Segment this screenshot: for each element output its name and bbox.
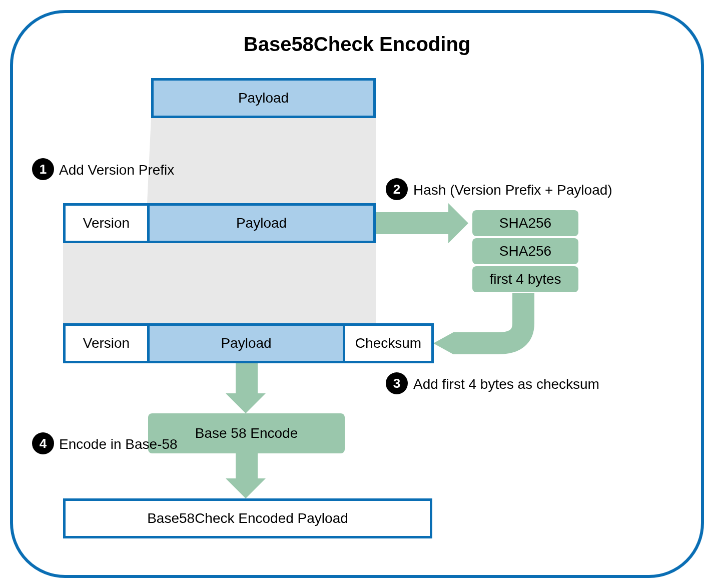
- svg-rect-2: [376, 212, 448, 234]
- step1-badge: 1: [32, 158, 54, 180]
- step2-label: Hash (Version Prefix + Payload): [413, 182, 612, 198]
- row1-version-box: Version: [63, 203, 150, 243]
- step3-label: Add first 4 bytes as checksum: [413, 376, 599, 392]
- row2-payload-box: Payload: [147, 323, 345, 363]
- hash-sha256-1: SHA256: [472, 210, 578, 236]
- hash-line3: first 4 bytes: [489, 271, 561, 287]
- step3-badge: 3: [386, 372, 408, 394]
- diagram-frame: Base58Check Encoding Payload: [10, 10, 704, 578]
- svg-marker-8: [226, 478, 266, 498]
- diagram-title: Base58Check Encoding: [13, 33, 701, 56]
- svg-rect-5: [236, 363, 258, 393]
- arrow-to-checksum: [433, 293, 523, 354]
- hash-first4bytes: first 4 bytes: [472, 266, 578, 292]
- row1-payload-box: Payload: [147, 203, 376, 243]
- svg-marker-3: [448, 203, 468, 243]
- step2-badge: 2: [386, 178, 408, 200]
- step3-num: 3: [393, 376, 400, 391]
- svg-rect-7: [236, 453, 258, 478]
- hash-sha256-2: SHA256: [472, 238, 578, 264]
- hash-line1: SHA256: [499, 215, 551, 231]
- row0-payload-box: Payload: [151, 78, 376, 118]
- svg-marker-4: [433, 332, 453, 354]
- result-box: Base58Check Encoded Payload: [63, 498, 432, 538]
- row2-checksum-label: Checksum: [355, 335, 421, 351]
- step1-label: Add Version Prefix: [59, 162, 174, 178]
- row2-version-label: Version: [83, 335, 130, 351]
- row2-version-box: Version: [63, 323, 150, 363]
- step4-label: Encode in Base-58: [59, 436, 178, 452]
- row1-payload-label: Payload: [236, 215, 287, 231]
- encode-label: Base 58 Encode: [195, 425, 298, 441]
- step4-badge: 4: [32, 432, 54, 454]
- step1-num: 1: [40, 162, 47, 177]
- row2-checksum-box: Checksum: [343, 323, 434, 363]
- arrow-to-result: [226, 453, 266, 498]
- step4-num: 4: [40, 436, 47, 451]
- hash-line2: SHA256: [499, 243, 551, 259]
- row0-payload-label: Payload: [238, 90, 289, 106]
- step2-num: 2: [393, 182, 400, 197]
- row1-version-label: Version: [83, 215, 130, 231]
- arrow-to-encode: [226, 363, 266, 413]
- result-label: Base58Check Encoded Payload: [147, 510, 348, 526]
- svg-marker-1: [63, 243, 376, 323]
- row2-payload-label: Payload: [221, 335, 271, 351]
- base58-encode-box: Base 58 Encode: [148, 413, 345, 453]
- svg-marker-0: [147, 118, 376, 203]
- arrow-to-hash: [376, 203, 468, 243]
- svg-marker-6: [226, 393, 266, 413]
